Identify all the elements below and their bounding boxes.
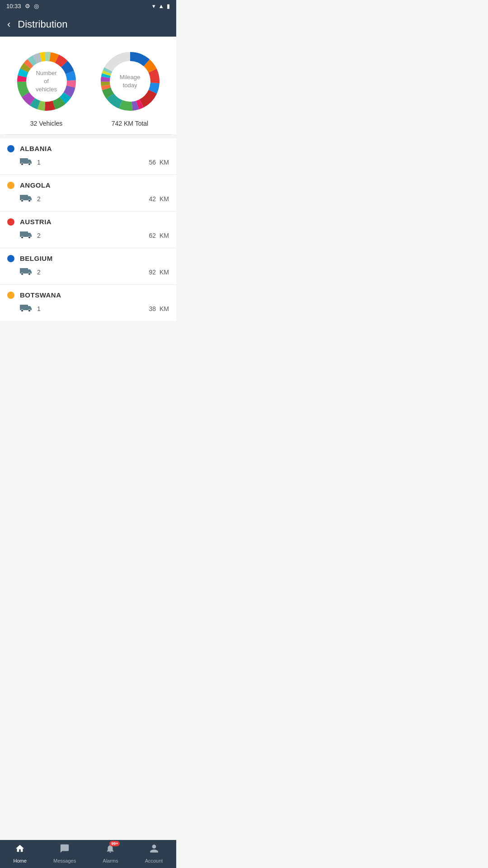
app-header: ‹ Distribution <box>0 12 176 37</box>
truck-icon <box>20 229 33 241</box>
country-color-dot <box>7 255 14 262</box>
vehicle-count: 1 <box>37 305 145 312</box>
country-item[interactable]: BELGIUM 2 92 KM <box>0 248 176 284</box>
signal-icon: ▲ <box>158 3 164 9</box>
truck-icon <box>20 302 33 315</box>
country-item[interactable]: ALBANIA 1 56 KM <box>0 138 176 175</box>
country-color-dot <box>7 145 14 152</box>
svg-rect-53 <box>20 305 28 310</box>
country-item[interactable]: AUSTRIA 2 62 KM <box>0 212 176 248</box>
country-item[interactable]: BOTSWANA 1 38 KM <box>0 285 176 321</box>
vehicle-count: 2 <box>37 195 145 203</box>
country-name: AUSTRIA <box>20 218 52 226</box>
svg-point-45 <box>21 200 23 202</box>
country-name: ALBANIA <box>20 145 52 152</box>
vehicle-count: 2 <box>37 269 145 276</box>
country-item[interactable]: ANGOLA 2 42 KM <box>0 175 176 211</box>
truck-icon <box>20 266 33 278</box>
svg-point-22 <box>28 62 66 100</box>
country-list: ALBANIA 1 56 KM ANGOLA <box>0 138 176 321</box>
vehicles-chart: Number of vehicles 32 Vehicles <box>13 47 80 127</box>
svg-rect-41 <box>20 158 28 164</box>
battery-icon: ▮ <box>167 3 170 9</box>
country-color-dot <box>7 218 14 226</box>
vehicles-donut: Number of vehicles <box>13 47 80 115</box>
country-color-dot <box>7 182 14 189</box>
svg-rect-50 <box>20 268 28 274</box>
svg-rect-44 <box>20 195 28 200</box>
mileage-value: 62 KM <box>149 232 169 239</box>
country-name: BOTSWANA <box>20 291 61 299</box>
country-color-dot <box>7 292 14 299</box>
mileage-value: 38 KM <box>149 305 169 312</box>
svg-point-46 <box>28 200 31 202</box>
mileage-label: 742 KM Total <box>112 120 148 127</box>
svg-point-40 <box>111 62 149 100</box>
svg-rect-47 <box>20 231 28 237</box>
mileage-value: 42 KM <box>149 195 169 203</box>
wifi-icon: ▾ <box>152 3 155 9</box>
country-name: ANGOLA <box>20 181 51 189</box>
svg-point-43 <box>28 163 31 165</box>
time: 10:33 <box>6 3 21 9</box>
truck-icon <box>20 193 33 205</box>
svg-point-48 <box>21 236 23 239</box>
at-icon: ◎ <box>34 3 39 9</box>
mileage-chart: Mileage today 742 KM Total <box>96 47 164 127</box>
section-divider <box>5 134 172 135</box>
svg-point-55 <box>28 310 31 312</box>
vehicle-count: 2 <box>37 232 145 239</box>
mileage-donut: Mileage today <box>96 47 164 115</box>
mileage-value: 92 KM <box>149 269 169 276</box>
settings-icon: ⚙ <box>25 3 30 9</box>
svg-point-54 <box>21 310 23 312</box>
mileage-value: 56 KM <box>149 159 169 166</box>
svg-point-42 <box>21 163 23 165</box>
svg-point-49 <box>28 236 31 239</box>
vehicles-label: 32 Vehicles <box>30 120 63 127</box>
truck-icon <box>20 156 33 168</box>
country-name: BELGIUM <box>20 255 53 262</box>
vehicle-count: 1 <box>37 159 145 166</box>
page-title: Distribution <box>18 19 67 30</box>
svg-point-51 <box>21 273 23 275</box>
svg-point-52 <box>28 273 31 275</box>
status-bar: 10:33 ⚙ ◎ ▾ ▲ ▮ <box>0 0 176 12</box>
back-button[interactable]: ‹ <box>7 19 10 30</box>
charts-area: Number of vehicles 32 Vehicles <box>0 37 176 134</box>
